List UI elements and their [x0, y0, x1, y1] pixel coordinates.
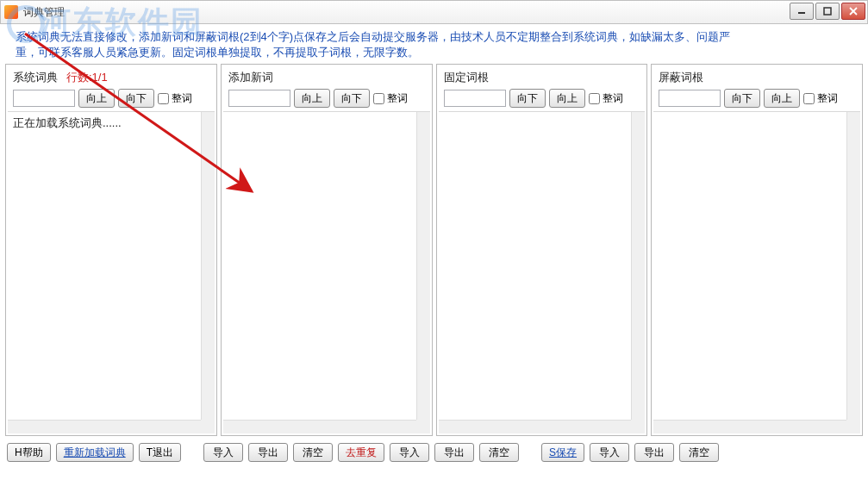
mask-import-button[interactable]: 导入	[590, 443, 629, 462]
add-export-button[interactable]: 导出	[248, 443, 288, 462]
scrollbar-horizontal[interactable]	[223, 420, 416, 433]
fixed-up-button[interactable]: 向上	[549, 89, 585, 108]
add-wholeword-checkbox[interactable]: 整词	[373, 91, 408, 106]
minimize-icon	[797, 7, 806, 16]
line-count: 行数:1/1	[66, 70, 108, 85]
system-down-button[interactable]: 向下	[118, 89, 154, 108]
scrollbar-horizontal[interactable]	[653, 420, 846, 433]
add-import-button[interactable]: 导入	[203, 443, 243, 462]
mask-wholeword-checkbox[interactable]: 整词	[803, 91, 838, 106]
panel-title-fixed: 固定词根	[444, 70, 489, 85]
panel-mask-root: 屏蔽词根 向下 向上 整词	[651, 64, 863, 436]
panel-fixed-root: 固定词根 向下 向上 整词	[436, 64, 648, 436]
system-loading-text: 正在加载系统词典......	[13, 116, 122, 129]
add-list[interactable]	[223, 111, 430, 433]
system-up-button[interactable]: 向上	[78, 89, 115, 108]
system-wholeword-checkbox[interactable]: 整词	[158, 91, 192, 106]
fixed-wholeword-input[interactable]	[589, 93, 600, 104]
maximize-button[interactable]	[815, 3, 840, 20]
fixed-down-button[interactable]: 向下	[509, 89, 546, 108]
fixed-list[interactable]	[439, 111, 646, 433]
scroll-corner	[416, 420, 430, 433]
add-down-button[interactable]: 向下	[334, 89, 370, 108]
mask-search-input[interactable]	[659, 90, 721, 107]
add-up-button[interactable]: 向上	[294, 89, 330, 108]
system-list[interactable]: 正在加载系统词典......	[8, 111, 215, 433]
scroll-corner	[201, 420, 215, 433]
fixed-import-button[interactable]: 导入	[390, 443, 429, 462]
reload-dict-button[interactable]: 重新加载词典	[56, 443, 134, 462]
titlebar: 词典管理	[0, 0, 868, 24]
close-icon	[849, 7, 858, 16]
system-search-input[interactable]	[13, 90, 75, 107]
help-button[interactable]: H帮助	[7, 443, 51, 462]
exit-button[interactable]: T退出	[139, 443, 181, 462]
fixed-export-button[interactable]: 导出	[434, 443, 474, 462]
scrollbar-horizontal[interactable]	[8, 420, 201, 433]
mask-wholeword-input[interactable]	[803, 93, 815, 104]
close-button[interactable]	[841, 3, 865, 20]
scroll-corner	[846, 420, 860, 433]
mask-up-button[interactable]: 向上	[764, 89, 800, 108]
mask-down-button[interactable]: 向下	[724, 89, 760, 108]
minimize-button[interactable]	[790, 3, 814, 20]
add-wholeword-input[interactable]	[373, 93, 384, 104]
scrollbar-vertical[interactable]	[201, 112, 215, 420]
info-line-1: 系统词典无法直接修改，添加新词和屏蔽词根(2到4个字)点保存之后会自动提交服务器…	[16, 29, 859, 45]
system-wholeword-input[interactable]	[158, 93, 169, 104]
scrollbar-vertical[interactable]	[631, 112, 645, 420]
info-text: 系统词典无法直接修改，添加新词和屏蔽词根(2到4个字)点保存之后会自动提交服务器…	[0, 24, 868, 64]
add-clear-button[interactable]: 清空	[293, 443, 333, 462]
add-search-input[interactable]	[228, 90, 290, 107]
bottom-toolbar: H帮助 重新加载词典 T退出 导入 导出 清空 去重复 导入 导出 清空 S保存…	[0, 436, 868, 467]
scrollbar-vertical[interactable]	[416, 112, 430, 420]
window-title: 词典管理	[23, 5, 65, 20]
panel-add-word: 添加新词 向上 向下 整词	[221, 64, 433, 436]
scrollbar-vertical[interactable]	[846, 112, 860, 420]
window-controls	[790, 3, 865, 20]
main-panels: 系统词典 行数:1/1 向上 向下 整词 正在加载系统词典......	[0, 64, 868, 436]
mask-clear-button[interactable]: 清空	[679, 443, 719, 462]
mask-export-button[interactable]: 导出	[634, 443, 674, 462]
fixed-clear-button[interactable]: 清空	[479, 443, 519, 462]
fixed-wholeword-checkbox[interactable]: 整词	[589, 91, 623, 106]
mask-list[interactable]	[653, 111, 860, 433]
scrollbar-horizontal[interactable]	[439, 420, 632, 433]
fixed-search-input[interactable]	[444, 90, 506, 107]
panel-title-add: 添加新词	[228, 70, 273, 85]
info-line-2: 重，可联系客服人员紧急更新。固定词根单独提取，不再提取子词根，无限字数。	[16, 45, 859, 60]
dedupe-button[interactable]: 去重复	[338, 443, 384, 462]
panel-title-mask: 屏蔽词根	[659, 70, 703, 85]
svg-rect-1	[824, 8, 831, 15]
app-icon	[4, 5, 18, 19]
panel-title-system: 系统词典	[13, 70, 58, 85]
scroll-corner	[631, 420, 645, 433]
panel-system-dict: 系统词典 行数:1/1 向上 向下 整词 正在加载系统词典......	[5, 64, 217, 436]
maximize-icon	[823, 7, 832, 16]
save-button[interactable]: S保存	[541, 443, 584, 462]
